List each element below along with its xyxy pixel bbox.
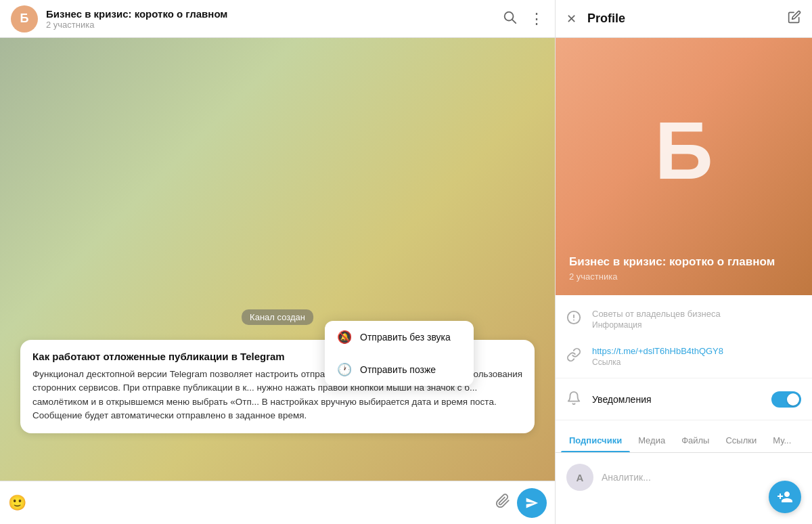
divider — [556, 378, 812, 378]
notifications-label: Уведомления — [592, 394, 761, 405]
context-menu: 🔕 Отправить без звука 🕐 Отправить позже — [325, 321, 474, 386]
link-item: https://t.me/+dslT6hHbB4thQGY8 Ссылка — [556, 338, 812, 375]
attach-button[interactable] — [495, 494, 510, 512]
add-member-fab[interactable] — [769, 481, 801, 513]
notifications-row: Уведомления — [556, 381, 812, 417]
chat-title-block: Бизнес в кризис: коротко о главном 2 уча… — [46, 8, 494, 30]
info-icon — [566, 310, 581, 328]
divider-2 — [556, 420, 812, 420]
description-text: Советы от владельцев бизнеса — [592, 309, 721, 319]
send-button[interactable] — [517, 488, 547, 518]
chat-header: Б Бизнес в кризис: коротко о главном 2 у… — [0, 0, 555, 38]
tab-files[interactable]: Файлы — [673, 429, 717, 452]
close-button[interactable]: ✕ — [566, 12, 577, 26]
link-text[interactable]: https://t.me/+dslT6hHbB4thQGY8 — [592, 346, 723, 356]
header-icons: ⋮ — [502, 9, 544, 28]
tab-links[interactable]: Ссылки — [717, 429, 765, 452]
message-input[interactable] — [33, 489, 489, 517]
link-icon — [566, 347, 581, 366]
context-menu-label-no-sound: Отправить без звука — [360, 332, 451, 343]
link-label: Ссылка — [592, 357, 723, 367]
description-item: Советы от владельцев бизнеса Информация — [556, 301, 812, 338]
profile-panel: ✕ Profile Б Бизнес в кризис: коротко о г… — [555, 0, 812, 524]
edit-button[interactable] — [788, 10, 801, 27]
profile-title: Profile — [587, 12, 777, 26]
profile-avatar-area: Б Бизнес в кризис: коротко о главном 2 у… — [556, 38, 812, 295]
chat-title: Бизнес в кризис: коротко о главном — [46, 8, 494, 20]
search-icon[interactable] — [502, 9, 517, 28]
chat-background: Канал создан Как работают отложенные пуб… — [0, 38, 555, 481]
mute-icon: 🔕 — [337, 330, 352, 345]
context-menu-item-send-later[interactable]: 🕐 Отправить позже — [325, 353, 474, 386]
chat-panel: Б Бизнес в кризис: коротко о главном 2 у… — [0, 0, 555, 524]
chat-subtitle: 2 участника — [46, 20, 494, 30]
profile-name: Бизнес в кризис: коротко о главном — [569, 255, 798, 269]
more-icon[interactable]: ⋮ — [529, 10, 544, 28]
profile-members: 2 участника — [569, 271, 798, 282]
input-bar: 🙂 — [0, 481, 555, 524]
toggle-knob — [787, 393, 799, 406]
tab-subscribers[interactable]: Подписчики — [561, 429, 630, 452]
tab-media[interactable]: Медиа — [630, 429, 673, 452]
description-label: Информация — [592, 320, 721, 330]
subscriber-name: Аналитик... — [602, 472, 651, 483]
context-menu-item-no-sound[interactable]: 🔕 Отправить без звука — [325, 321, 474, 353]
context-menu-label-send-later: Отправить позже — [360, 364, 436, 375]
profile-header: ✕ Profile — [556, 0, 812, 38]
bell-icon — [566, 391, 581, 409]
svg-line-1 — [512, 20, 516, 23]
profile-info: Советы от владельцев бизнеса Информация … — [556, 295, 812, 429]
subscriber-avatar: А — [566, 464, 593, 491]
profile-tabs: Подписчики Медиа Файлы Ссылки Му... — [556, 429, 812, 453]
notifications-toggle[interactable] — [771, 391, 801, 408]
clock-icon: 🕐 — [337, 362, 352, 377]
system-message: Канал создан — [242, 309, 313, 325]
emoji-button[interactable]: 🙂 — [8, 494, 26, 512]
avatar[interactable]: Б — [11, 5, 38, 32]
profile-big-avatar: Б — [654, 110, 713, 191]
tab-more[interactable]: Му... — [765, 429, 799, 452]
